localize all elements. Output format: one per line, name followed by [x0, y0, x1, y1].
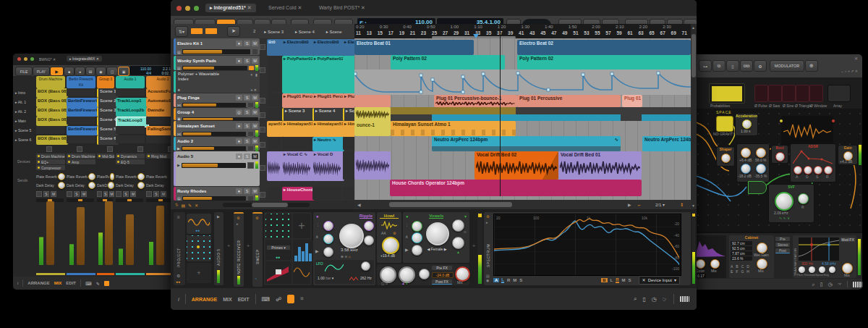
lfo-hz[interactable]: 262 Hz	[360, 276, 372, 280]
solo-button[interactable]: S	[244, 58, 250, 64]
channel-header-berlin[interactable]: Berlin Firework Kit	[67, 76, 95, 88]
vowels-mod-dot[interactable]: ▾	[464, 214, 467, 219]
launcher-clip[interactable]: ▸ Vocal C ∿	[282, 151, 314, 181]
mute-button[interactable]: M	[252, 95, 258, 101]
search-icon[interactable]: ⌕	[812, 282, 815, 287]
channel-header-group3[interactable]: Group 3	[97, 76, 114, 88]
close-icon[interactable]	[17, 57, 21, 61]
arrange-view-button[interactable]: ARRANGE	[192, 297, 217, 302]
send-knob[interactable]	[88, 182, 95, 189]
clip-stop-button[interactable]	[260, 142, 265, 148]
ripple-small-knob3[interactable]	[323, 247, 333, 257]
mute-button[interactable]: M	[252, 188, 258, 194]
send-knob[interactable]	[88, 173, 95, 180]
mod-dots[interactable]: ⋮	[316, 222, 320, 227]
sustain-knob[interactable]	[814, 166, 822, 174]
scene-header-4[interactable]: ▸ Scene 4	[295, 29, 315, 34]
mix-view-button[interactable]: MIX	[223, 297, 231, 302]
duplicate-button[interactable]: ⧉⧉	[740, 60, 753, 72]
solo-button[interactable]: S	[244, 138, 250, 144]
solo-button[interactable]: S	[244, 123, 250, 129]
howl-device[interactable]: Howl AA ⚙ +19.4 dB	[377, 212, 401, 263]
modulator-slot-dots[interactable]	[187, 235, 211, 261]
follow-playhead-icon[interactable]: ▶	[628, 202, 631, 207]
vowels-knob1[interactable]	[412, 221, 422, 232]
scene-intro[interactable]: ▸ Intro	[15, 91, 25, 95]
scene-6[interactable]: ▸ Scene 6	[15, 138, 31, 142]
arranger-h-scrollbar[interactable]: ◀ ▶ ⌐ 2/1 ▾ ⇕	[354, 200, 691, 209]
empty-mod-slot[interactable]: +	[293, 214, 310, 238]
clip-indicator[interactable]	[692, 214, 695, 216]
stop-button[interactable]: ■	[64, 67, 75, 76]
minimize-icon[interactable]	[24, 57, 27, 61]
document-icon[interactable]: ▯	[820, 282, 823, 287]
launcher-clip[interactable]: ▸ Plug01 Percu	[282, 93, 314, 108]
xor-gate-module[interactable]	[748, 181, 767, 194]
scene-alt2[interactable]: ▸ Alt. 2	[15, 109, 26, 114]
pin-button[interactable]: ⊶	[699, 60, 712, 72]
mix-clip-empty[interactable]	[67, 117, 95, 125]
ring-knob[interactable]	[829, 266, 835, 273]
clip-stop-button[interactable]	[77, 146, 82, 152]
spectral-module[interactable]: Color Mix 0.17	[693, 235, 726, 278]
arrange-view-button[interactable]: ARRANGE	[27, 281, 49, 285]
mix-knob[interactable]	[455, 266, 470, 282]
mute-button[interactable]: M	[252, 58, 258, 64]
launcher-clip[interactable]: ▸ Himalayan51	[312, 121, 344, 137]
wet-gain-knob[interactable]	[757, 243, 767, 253]
prefx-box[interactable]: Pre FX	[432, 266, 452, 270]
clip-stop-button[interactable]	[260, 127, 265, 133]
arm-button[interactable]: ●	[236, 123, 242, 129]
bool-module[interactable]: Bool	[771, 145, 788, 164]
mix-clip-empty[interactable]	[67, 135, 95, 143]
group-expand-icon[interactable]: ⥮	[175, 203, 178, 208]
monitor-button[interactable]	[247, 146, 254, 151]
project-tab-label[interactable]: PROJECT	[176, 230, 181, 267]
postfx-box[interactable]: Post FX	[432, 279, 452, 285]
module-window[interactable]	[809, 85, 823, 102]
track-wonky-synth-pads[interactable]: Wonky Synth Pads ●SM ▤	[174, 56, 260, 70]
clip-plug-pe[interactable]: Plug 01 Pe	[622, 95, 642, 107]
device-chip[interactable]: Dynamics	[116, 154, 145, 159]
keyboard-shortcut-icon[interactable]: ⌨	[262, 296, 271, 303]
out-knob3[interactable]	[419, 269, 430, 279]
arm-button[interactable]: ●	[236, 154, 242, 159]
channel-a-button[interactable]: A	[493, 278, 499, 282]
mix-clip-empty[interactable]	[116, 135, 145, 143]
device-gear-icon[interactable]: ⚙	[486, 214, 489, 219]
solo-button[interactable]: S	[74, 191, 80, 197]
mixer-knob[interactable]	[741, 164, 751, 174]
howl-aa-label[interactable]: AA	[381, 231, 386, 235]
info-icon[interactable]: i	[17, 281, 18, 285]
mute-button[interactable]: M	[252, 138, 258, 144]
channel-b-button[interactable]: B	[601, 278, 607, 282]
launcher-clip[interactable]: ▸ Himalayan51	[282, 121, 314, 137]
record-button[interactable]: ●	[75, 67, 85, 76]
channel-r-button[interactable]: R	[507, 278, 510, 282]
mix-view-toggle[interactable]: ▣	[118, 67, 129, 76]
ripple-right-knob[interactable]	[364, 221, 374, 231]
cabinet-field[interactable]: 7.87 cm	[731, 251, 752, 256]
color-knob[interactable]	[696, 259, 705, 269]
module-triangle[interactable]	[796, 85, 809, 102]
track-meter[interactable]	[182, 146, 246, 151]
module-sine[interactable]	[782, 85, 796, 102]
mix-clip[interactable]: BerlinFireworkBt1	[67, 126, 98, 135]
bool-knob[interactable]	[775, 152, 785, 161]
clip-stop-button[interactable]	[260, 67, 265, 73]
adsr-module[interactable]: ADSR A D S R	[790, 143, 836, 182]
attack-knob[interactable]	[793, 166, 802, 174]
headphone-icon[interactable]: ◫ 8	[381, 281, 388, 285]
transmutator-device[interactable]: TRANSMUTATOR 300 Hz 4.58 kHz Pitch Thres…	[793, 235, 856, 278]
track-audio-5-selected[interactable]: Audio 5 ●SM ▶	[174, 151, 260, 186]
volume-fader[interactable]	[105, 201, 113, 265]
track-rusty-rhodes[interactable]: Rusty Rhodes ●SM ▤	[174, 187, 260, 201]
audio5-device-tab[interactable]: ▶ AUDIO 5	[214, 212, 224, 285]
clip-stop-button[interactable]	[46, 146, 52, 152]
timeline-ruler[interactable]: 0:200:300:400:501:001:101:201:301:401:50…	[354, 24, 691, 38]
primes-module[interactable]: Primes ▾ ●●	[265, 240, 292, 260]
value-field[interactable]: 0.17	[696, 274, 706, 278]
scroll-up-icon[interactable]: ▲	[692, 25, 695, 30]
clip-plug-bounce[interactable]: Plug 01 Percussive-bounce-1	[434, 95, 517, 107]
layer-button[interactable]	[205, 28, 217, 34]
